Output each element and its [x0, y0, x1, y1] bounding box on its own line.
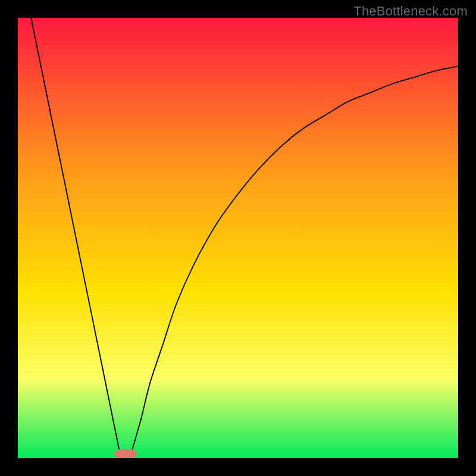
bottleneck-curve-chart	[18, 18, 458, 458]
minimum-marker	[114, 449, 137, 458]
watermark-text: TheBottleneck.com	[353, 4, 468, 19]
chart-frame: TheBottleneck.com	[0, 0, 476, 476]
plot-area	[18, 18, 458, 458]
